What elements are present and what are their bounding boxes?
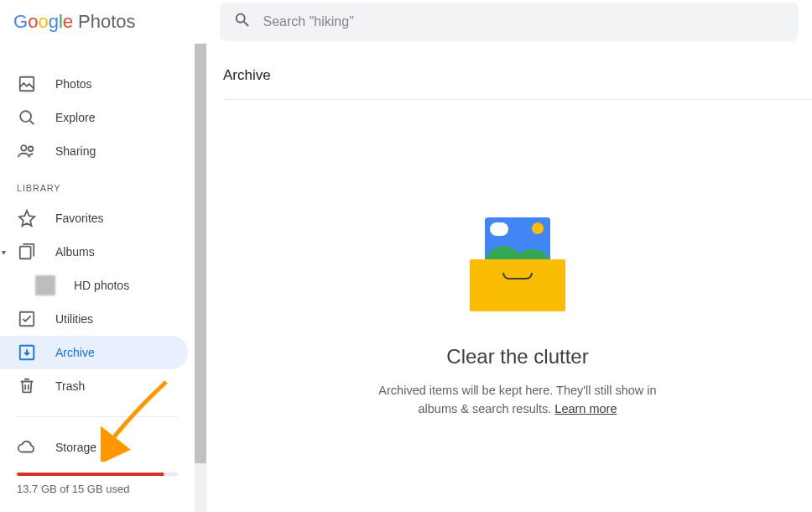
scrollbar[interactable]	[195, 44, 206, 512]
scrollbar-thumb[interactable]	[195, 44, 206, 463]
svg-point-1	[20, 111, 31, 122]
learn-more-link[interactable]: Learn more	[554, 402, 617, 415]
sidebar-item-archive[interactable]: Archive	[0, 336, 188, 369]
empty-heading: Clear the clutter	[223, 345, 812, 368]
album-sub-label: HD photos	[74, 279, 129, 292]
sidebar-item-albums[interactable]: ▾ Albums	[0, 235, 188, 269]
sidebar-item-label: Explore	[55, 111, 95, 124]
search-bar[interactable]	[220, 3, 799, 41]
svg-point-3	[29, 147, 34, 152]
archive-illustration	[470, 217, 565, 311]
star-icon	[17, 208, 37, 228]
header: Google Photos	[0, 0, 812, 44]
people-icon	[17, 141, 37, 161]
album-sub-item[interactable]: HD photos	[0, 269, 195, 302]
sidebar-item-utilities[interactable]: Utilities	[0, 302, 188, 336]
search-icon	[233, 11, 263, 33]
empty-description: Archived items will be kept here. They'l…	[223, 382, 812, 419]
svg-rect-4	[20, 247, 31, 259]
cloud-icon	[17, 437, 37, 457]
search-input[interactable]	[263, 14, 785, 29]
trash-icon	[17, 376, 37, 396]
album-thumbnail	[35, 275, 55, 295]
sidebar-item-favorites[interactable]: Favorites	[0, 201, 188, 235]
storage-progress-fill	[17, 473, 164, 476]
sidebar-item-label: Storage	[55, 441, 96, 454]
empty-state: Clear the clutter Archived items will be…	[223, 100, 812, 419]
sidebar: Photos Explore Sharing LIBRARY Favorites…	[0, 44, 195, 512]
sidebar-item-sharing[interactable]: Sharing	[0, 134, 188, 168]
storage-progress-bar	[17, 473, 178, 476]
sidebar-item-label: Photos	[55, 77, 92, 91]
sidebar-item-trash[interactable]: Trash	[0, 369, 188, 403]
sidebar-item-label: Favorites	[55, 212, 104, 225]
page-title: Archive	[223, 67, 812, 100]
chevron-down-icon[interactable]: ▾	[2, 248, 6, 257]
google-photos-logo[interactable]: Google Photos	[13, 11, 136, 33]
search-icon	[17, 107, 37, 128]
sidebar-item-label: Sharing	[55, 144, 96, 158]
sidebar-item-photos[interactable]: Photos	[0, 67, 188, 101]
utilities-icon	[17, 309, 37, 329]
photo-icon	[17, 74, 37, 94]
sidebar-item-label: Utilities	[55, 312, 93, 326]
divider	[17, 416, 178, 417]
sidebar-item-label: Albums	[55, 245, 95, 259]
sidebar-item-storage[interactable]: Storage	[0, 431, 188, 464]
sidebar-item-label: Archive	[55, 346, 95, 359]
svg-point-2	[21, 145, 26, 150]
library-section-header: LIBRARY	[0, 168, 195, 201]
sidebar-item-label: Trash	[55, 379, 85, 393]
main-content: Archive Clear the clutter Archived items…	[206, 44, 812, 512]
sidebar-item-explore[interactable]: Explore	[0, 101, 188, 134]
archive-icon	[17, 342, 37, 363]
logo-product-label: Photos	[78, 11, 136, 33]
album-icon	[17, 242, 37, 262]
storage-usage-text: 13.7 GB of 15 GB used	[0, 481, 195, 497]
